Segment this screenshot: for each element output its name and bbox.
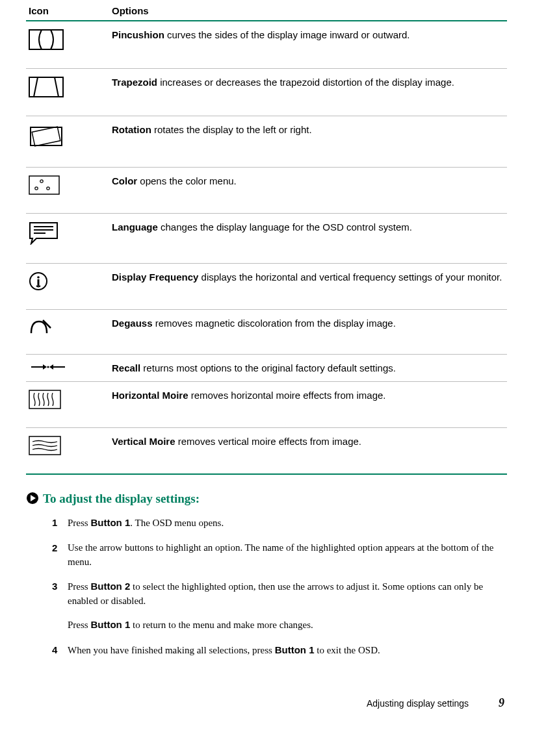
page-number: 9 [499, 696, 504, 709]
svg-point-19 [47, 366, 49, 368]
table-row: Degauss removes magnetic discoloration f… [26, 310, 507, 355]
row-desc: Vertical Moire removes vertical moire ef… [109, 428, 507, 475]
step-body: Use the arrow buttons to highlight an op… [68, 541, 507, 570]
step-body: Press Button 1. The OSD menu opens. [68, 516, 507, 531]
step-number: 2 [52, 541, 68, 570]
trapezoid-icon [26, 69, 109, 116]
step-item: 2 Use the arrow buttons to highlight an … [52, 541, 507, 570]
step-body: When you have finished making all select… [68, 643, 507, 658]
language-icon [26, 214, 109, 264]
svg-rect-15 [38, 279, 40, 286]
section-heading-row: To adjust the display settings: [26, 492, 507, 507]
svg-line-3 [55, 77, 58, 97]
row-desc: Degauss removes magnetic discoloration f… [109, 310, 507, 355]
row-desc: Pincushion curves the sides of the displ… [109, 21, 507, 69]
row-desc: Horizontal Moire removes horizontal moir… [109, 382, 507, 428]
svg-point-14 [37, 276, 40, 279]
svg-point-7 [40, 180, 43, 183]
step-item: 4 When you have finished making all sele… [52, 643, 507, 658]
svg-point-8 [35, 187, 38, 190]
vertical-moire-icon [26, 428, 109, 475]
page: Icon Options Pincushion curves the sides… [0, 0, 533, 729]
row-desc: Language changes the display language fo… [109, 214, 507, 264]
col-header-icon: Icon [26, 0, 109, 20]
table-row: Rotation rotates the display to the left… [26, 116, 507, 168]
row-desc: Display Frequency displays the horizonta… [109, 264, 507, 310]
table-row: Display Frequency displays the horizonta… [26, 264, 507, 310]
row-desc: Recall returns most options to the origi… [109, 355, 507, 382]
table-row: Trapezoid increases or decreases the tra… [26, 69, 507, 116]
step-number: 4 [52, 643, 68, 658]
row-desc: Rotation rotates the display to the left… [109, 116, 507, 168]
arrow-bullet-icon [26, 492, 39, 507]
section-title: To adjust the display settings: [43, 492, 200, 507]
step-body: Press Button 2 to select the highlighted… [68, 579, 507, 632]
svg-rect-6 [29, 176, 59, 194]
svg-marker-21 [49, 364, 53, 370]
icon-options-table: Icon Options Pincushion curves the sides… [26, 0, 507, 475]
step-number: 1 [52, 516, 68, 531]
svg-marker-18 [43, 364, 47, 370]
horizontal-moire-icon [26, 382, 109, 428]
step-number: 3 [52, 579, 68, 632]
footer-text: Adjusting display settings [367, 698, 469, 709]
step-item: 1 Press Button 1. The OSD menu opens. [52, 516, 507, 531]
svg-rect-22 [29, 390, 60, 409]
svg-rect-5 [32, 127, 60, 146]
table-row: Language changes the display language fo… [26, 214, 507, 264]
steps-list: 1 Press Button 1. The OSD menu opens. 2 … [52, 516, 507, 657]
step-item: 3 Press Button 2 to select the highlight… [52, 579, 507, 632]
table-row: Pincushion curves the sides of the displ… [26, 21, 507, 69]
table-row: Vertical Moire removes vertical moire ef… [26, 428, 507, 475]
color-icon [26, 168, 109, 214]
page-footer: Adjusting display settings 9 [26, 696, 507, 710]
pincushion-icon [26, 21, 109, 69]
svg-point-9 [47, 187, 49, 190]
table-row: Color opens the color menu. [26, 168, 507, 214]
table-row: Horizontal Moire removes horizontal moir… [26, 382, 507, 428]
table-row: Recall returns most options to the origi… [26, 355, 507, 382]
recall-icon [26, 355, 109, 382]
col-header-options: Options [109, 0, 507, 20]
rotation-icon [26, 116, 109, 168]
row-desc: Color opens the color menu. [109, 168, 507, 214]
degauss-icon [26, 310, 109, 355]
svg-line-2 [34, 77, 38, 97]
row-desc: Trapezoid increases or decreases the tra… [109, 69, 507, 116]
display-frequency-icon [26, 264, 109, 310]
svg-rect-0 [29, 30, 63, 49]
svg-rect-4 [31, 127, 62, 145]
